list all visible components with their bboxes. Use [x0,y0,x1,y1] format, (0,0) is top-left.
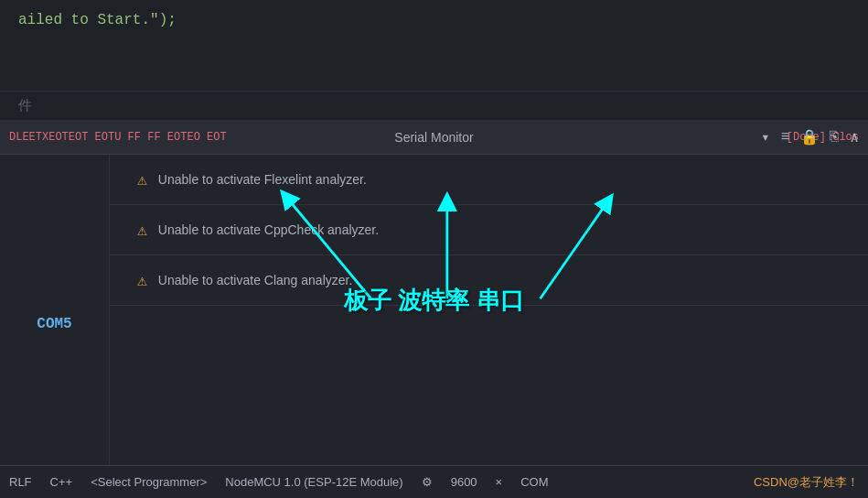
warning-text-3: Unable to activate Clang analyzer. [158,273,352,287]
lock-icon[interactable]: 🔒 [800,128,819,146]
baud-item: 9600 [451,475,477,489]
comment-line: 件 [0,92,868,120]
x-item: × [496,475,503,489]
copy-icon[interactable]: ⎘ [830,129,839,146]
board-item[interactable]: NodeMCU 1.0 (ESP-12E Module) [225,475,402,489]
message-area: ⚠ Unable to activate Flexelint analyzer.… [110,155,868,493]
warning-item-clang: ⚠ Unable to activate Clang analyzer. [110,255,868,306]
csdn-label: CSDN@老子姓李！ [754,474,859,491]
scrollbar-data: DLEETXEOTEOT EOTU FF FF EOTEO EOT [9,131,227,144]
programmer-item[interactable]: <Select Programmer> [91,475,207,489]
serial-bar-icons: ▾ ≡ 🔒 ⎘ ∧ [761,128,859,146]
programmer-label: <Select Programmer> [91,475,207,489]
board-label: NodeMCU 1.0 (ESP-12E Module) [225,475,402,489]
warning-icon-1: ⚠ [137,169,147,189]
rlf-label: RLF [9,475,32,489]
code-area: ailed to Start."); [0,0,868,92]
dropdown-icon[interactable]: ▾ [761,128,770,146]
menu-icon[interactable]: ≡ [781,129,790,146]
port-item: COM [520,475,548,489]
warning-item-flexelint: ⚠ Unable to activate Flexelint analyzer. [110,155,868,205]
port-label: COM [520,475,548,489]
code-line-1: ailed to Start."); [18,9,850,33]
code-text-1: ailed to Start."); [18,12,177,28]
com-port-label: COM5 [37,316,71,332]
rlf-item: RLF [9,475,32,489]
collapse-icon[interactable]: ∧ [850,128,859,146]
warning-text-2: Unable to activate CppCheck analyzer. [158,222,379,237]
serial-monitor-label: Serial Monitor [394,130,473,145]
warning-item-cppcheck: ⚠ Unable to activate CppCheck analyzer. [110,205,868,255]
warning-icon-3: ⚠ [137,270,147,290]
settings-icon[interactable]: ⚙ [422,475,433,489]
status-bar: RLF C++ <Select Programmer> NodeMCU 1.0 … [0,465,868,498]
lang-label: C++ [50,475,73,489]
left-sidebar: COM5 [0,155,110,493]
warning-icon-2: ⚠ [137,220,147,240]
main-area: COM5 ⚠ Unable to activate Flexelint anal… [0,155,868,493]
x-label: × [496,475,503,489]
baud-label: 9600 [451,475,477,489]
warning-text-1: Unable to activate Flexelint analyzer. [158,172,367,187]
serial-monitor-bar: DLEETXEOTEOT EOTU FF FF EOTEO EOT [Done]… [0,120,868,155]
lang-item: C++ [50,475,73,489]
